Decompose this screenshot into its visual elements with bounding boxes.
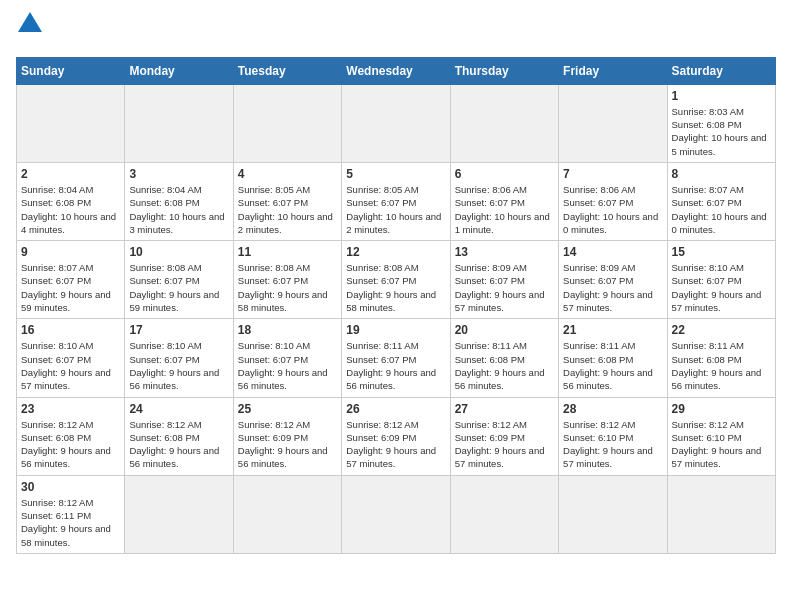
day-info: Sunrise: 8:07 AM Sunset: 6:07 PM Dayligh… — [672, 183, 771, 236]
calendar-cell: 12Sunrise: 8:08 AM Sunset: 6:07 PM Dayli… — [342, 241, 450, 319]
day-info: Sunrise: 8:11 AM Sunset: 6:07 PM Dayligh… — [346, 339, 445, 392]
day-info: Sunrise: 8:12 AM Sunset: 6:08 PM Dayligh… — [129, 418, 228, 471]
day-number: 4 — [238, 167, 337, 181]
day-info: Sunrise: 8:12 AM Sunset: 6:09 PM Dayligh… — [238, 418, 337, 471]
calendar-cell: 17Sunrise: 8:10 AM Sunset: 6:07 PM Dayli… — [125, 319, 233, 397]
day-number: 30 — [21, 480, 120, 494]
calendar-cell: 26Sunrise: 8:12 AM Sunset: 6:09 PM Dayli… — [342, 397, 450, 475]
day-number: 5 — [346, 167, 445, 181]
day-number: 6 — [455, 167, 554, 181]
calendar-cell: 28Sunrise: 8:12 AM Sunset: 6:10 PM Dayli… — [559, 397, 667, 475]
calendar-cell: 7Sunrise: 8:06 AM Sunset: 6:07 PM Daylig… — [559, 162, 667, 240]
day-number: 28 — [563, 402, 662, 416]
calendar-cell: 29Sunrise: 8:12 AM Sunset: 6:10 PM Dayli… — [667, 397, 775, 475]
day-number: 23 — [21, 402, 120, 416]
day-number: 17 — [129, 323, 228, 337]
day-info: Sunrise: 8:12 AM Sunset: 6:08 PM Dayligh… — [21, 418, 120, 471]
day-info: Sunrise: 8:12 AM Sunset: 6:10 PM Dayligh… — [563, 418, 662, 471]
calendar-cell: 2Sunrise: 8:04 AM Sunset: 6:08 PM Daylig… — [17, 162, 125, 240]
page-header — [16, 16, 776, 49]
day-number: 21 — [563, 323, 662, 337]
calendar-cell — [17, 84, 125, 162]
day-info: Sunrise: 8:04 AM Sunset: 6:08 PM Dayligh… — [21, 183, 120, 236]
calendar-cell: 25Sunrise: 8:12 AM Sunset: 6:09 PM Dayli… — [233, 397, 341, 475]
calendar-cell: 11Sunrise: 8:08 AM Sunset: 6:07 PM Dayli… — [233, 241, 341, 319]
day-number: 13 — [455, 245, 554, 259]
day-info: Sunrise: 8:05 AM Sunset: 6:07 PM Dayligh… — [346, 183, 445, 236]
day-number: 22 — [672, 323, 771, 337]
day-number: 25 — [238, 402, 337, 416]
day-number: 10 — [129, 245, 228, 259]
calendar-cell: 5Sunrise: 8:05 AM Sunset: 6:07 PM Daylig… — [342, 162, 450, 240]
day-info: Sunrise: 8:06 AM Sunset: 6:07 PM Dayligh… — [563, 183, 662, 236]
weekday-header: Saturday — [667, 57, 775, 84]
day-info: Sunrise: 8:12 AM Sunset: 6:11 PM Dayligh… — [21, 496, 120, 549]
weekday-header: Monday — [125, 57, 233, 84]
day-info: Sunrise: 8:12 AM Sunset: 6:10 PM Dayligh… — [672, 418, 771, 471]
day-number: 8 — [672, 167, 771, 181]
day-info: Sunrise: 8:12 AM Sunset: 6:09 PM Dayligh… — [455, 418, 554, 471]
day-info: Sunrise: 8:06 AM Sunset: 6:07 PM Dayligh… — [455, 183, 554, 236]
logo-triangle-icon — [18, 12, 42, 32]
calendar-cell — [125, 84, 233, 162]
calendar-cell — [342, 84, 450, 162]
day-info: Sunrise: 8:08 AM Sunset: 6:07 PM Dayligh… — [238, 261, 337, 314]
day-info: Sunrise: 8:09 AM Sunset: 6:07 PM Dayligh… — [563, 261, 662, 314]
calendar-cell — [667, 475, 775, 553]
day-info: Sunrise: 8:05 AM Sunset: 6:07 PM Dayligh… — [238, 183, 337, 236]
day-number: 29 — [672, 402, 771, 416]
calendar-cell: 14Sunrise: 8:09 AM Sunset: 6:07 PM Dayli… — [559, 241, 667, 319]
calendar-table: SundayMondayTuesdayWednesdayThursdayFrid… — [16, 57, 776, 554]
day-number: 20 — [455, 323, 554, 337]
day-info: Sunrise: 8:04 AM Sunset: 6:08 PM Dayligh… — [129, 183, 228, 236]
calendar-cell — [125, 475, 233, 553]
calendar-cell: 30Sunrise: 8:12 AM Sunset: 6:11 PM Dayli… — [17, 475, 125, 553]
weekday-header: Sunday — [17, 57, 125, 84]
calendar-cell: 6Sunrise: 8:06 AM Sunset: 6:07 PM Daylig… — [450, 162, 558, 240]
day-info: Sunrise: 8:11 AM Sunset: 6:08 PM Dayligh… — [672, 339, 771, 392]
calendar-row: 23Sunrise: 8:12 AM Sunset: 6:08 PM Dayli… — [17, 397, 776, 475]
calendar-cell: 9Sunrise: 8:07 AM Sunset: 6:07 PM Daylig… — [17, 241, 125, 319]
calendar-cell — [450, 475, 558, 553]
calendar-cell: 18Sunrise: 8:10 AM Sunset: 6:07 PM Dayli… — [233, 319, 341, 397]
day-info: Sunrise: 8:03 AM Sunset: 6:08 PM Dayligh… — [672, 105, 771, 158]
day-info: Sunrise: 8:11 AM Sunset: 6:08 PM Dayligh… — [455, 339, 554, 392]
day-number: 3 — [129, 167, 228, 181]
calendar-cell — [559, 84, 667, 162]
day-info: Sunrise: 8:09 AM Sunset: 6:07 PM Dayligh… — [455, 261, 554, 314]
calendar-cell: 20Sunrise: 8:11 AM Sunset: 6:08 PM Dayli… — [450, 319, 558, 397]
logo — [16, 16, 42, 49]
day-number: 14 — [563, 245, 662, 259]
day-info: Sunrise: 8:08 AM Sunset: 6:07 PM Dayligh… — [129, 261, 228, 314]
day-number: 2 — [21, 167, 120, 181]
calendar-cell: 8Sunrise: 8:07 AM Sunset: 6:07 PM Daylig… — [667, 162, 775, 240]
calendar-cell — [342, 475, 450, 553]
day-number: 18 — [238, 323, 337, 337]
calendar-cell: 16Sunrise: 8:10 AM Sunset: 6:07 PM Dayli… — [17, 319, 125, 397]
day-number: 15 — [672, 245, 771, 259]
calendar-row: 9Sunrise: 8:07 AM Sunset: 6:07 PM Daylig… — [17, 241, 776, 319]
day-number: 19 — [346, 323, 445, 337]
day-info: Sunrise: 8:10 AM Sunset: 6:07 PM Dayligh… — [129, 339, 228, 392]
calendar-cell: 27Sunrise: 8:12 AM Sunset: 6:09 PM Dayli… — [450, 397, 558, 475]
weekday-header: Thursday — [450, 57, 558, 84]
calendar-row: 16Sunrise: 8:10 AM Sunset: 6:07 PM Dayli… — [17, 319, 776, 397]
calendar-cell: 24Sunrise: 8:12 AM Sunset: 6:08 PM Dayli… — [125, 397, 233, 475]
calendar-cell — [233, 475, 341, 553]
day-info: Sunrise: 8:11 AM Sunset: 6:08 PM Dayligh… — [563, 339, 662, 392]
calendar-cell: 4Sunrise: 8:05 AM Sunset: 6:07 PM Daylig… — [233, 162, 341, 240]
calendar-cell: 19Sunrise: 8:11 AM Sunset: 6:07 PM Dayli… — [342, 319, 450, 397]
calendar-cell: 10Sunrise: 8:08 AM Sunset: 6:07 PM Dayli… — [125, 241, 233, 319]
calendar-row: 1Sunrise: 8:03 AM Sunset: 6:08 PM Daylig… — [17, 84, 776, 162]
calendar-cell: 22Sunrise: 8:11 AM Sunset: 6:08 PM Dayli… — [667, 319, 775, 397]
weekday-header: Wednesday — [342, 57, 450, 84]
day-number: 24 — [129, 402, 228, 416]
day-info: Sunrise: 8:10 AM Sunset: 6:07 PM Dayligh… — [21, 339, 120, 392]
calendar-row: 2Sunrise: 8:04 AM Sunset: 6:08 PM Daylig… — [17, 162, 776, 240]
day-info: Sunrise: 8:10 AM Sunset: 6:07 PM Dayligh… — [672, 261, 771, 314]
day-number: 16 — [21, 323, 120, 337]
calendar-cell: 23Sunrise: 8:12 AM Sunset: 6:08 PM Dayli… — [17, 397, 125, 475]
day-info: Sunrise: 8:12 AM Sunset: 6:09 PM Dayligh… — [346, 418, 445, 471]
calendar-cell: 21Sunrise: 8:11 AM Sunset: 6:08 PM Dayli… — [559, 319, 667, 397]
weekday-header: Friday — [559, 57, 667, 84]
